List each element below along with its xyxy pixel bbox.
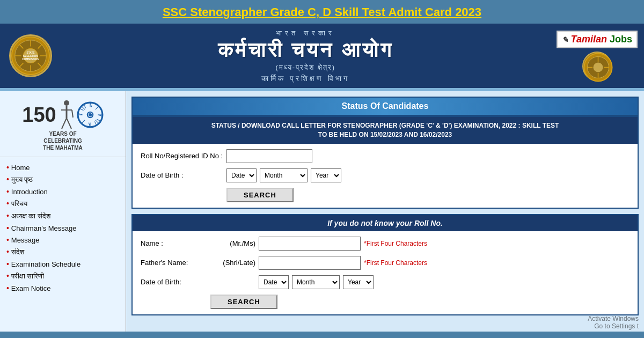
roll-number-label: Roll No/Registered ID No :: [141, 152, 226, 160]
dob-row-1: Date of Birth : Date 12345 678910 111213…: [141, 168, 630, 182]
sidebar-item-pariksha[interactable]: परीक्षा सारिणी: [0, 270, 126, 282]
tamilan-text: Tamilan: [571, 34, 607, 45]
form-box-2-header: If you do not know your Roll No.: [133, 215, 638, 231]
search-btn-row-2: SEARCH: [141, 295, 630, 309]
svg-text:SELECTION: SELECTION: [23, 55, 38, 57]
father-name-input[interactable]: [259, 256, 361, 270]
svg-line-45: [94, 122, 96, 126]
date-select-2[interactable]: Date 12345 678910 15202531: [259, 275, 289, 289]
svg-line-36: [96, 106, 99, 109]
ashoka-chakra: [77, 101, 104, 128]
name-hint: *First Four Characters: [364, 240, 427, 247]
main-content: 150: [0, 91, 644, 332]
svg-line-42: [79, 108, 83, 110]
hindi-top-text: भारत सरकार: [60, 29, 551, 38]
svg-line-24: [62, 118, 67, 129]
sidebar-item-introduction[interactable]: Introduction: [0, 186, 126, 197]
sidebar-logo-area: 150: [0, 97, 126, 157]
sidebar-item-parichay[interactable]: परिचय: [0, 197, 126, 210]
search-button-2[interactable]: SEARCH: [210, 295, 277, 309]
right-content: Status Of Candidates STATUS / DOWNLOAD C…: [126, 91, 644, 332]
form-box-1: STATUS / DOWNLOAD CALL LETTER FOR STENOG…: [131, 116, 639, 209]
jobs-text: Jobs: [610, 34, 632, 45]
sidebar-nav: Home मुख्य पृष्ठ Introduction परिचय अध्य…: [0, 161, 126, 294]
years-number: 150: [22, 105, 56, 125]
celebrating-text: YEARS OF CELEBRATING THE MAHATMA: [5, 130, 120, 151]
sidebar-item-exam-schedule[interactable]: Examination Schedule: [0, 258, 126, 270]
form-body-2: Name : (Mr./Ms) *First Four Characters F…: [133, 231, 638, 314]
name-input[interactable]: [259, 237, 361, 251]
svg-line-25: [67, 118, 71, 129]
roll-number-row: Roll No/Registered ID No :: [141, 149, 630, 163]
date-selects-2: Date 12345 678910 15202531 Month January…: [259, 275, 374, 289]
dob-label-2: Date of Birth:: [141, 278, 210, 286]
years-celebrating: 150: [5, 99, 120, 130]
form-box-1-header: STATUS / DOWNLOAD CALL LETTER FOR STENOG…: [133, 117, 638, 144]
hindi-main-text: कर्मचारी चयन आयोग: [60, 39, 551, 62]
status-header: Status Of Candidates: [131, 97, 639, 116]
svg-point-21: [64, 100, 69, 106]
name-row: Name : (Mr./Ms) *First Four Characters: [141, 237, 630, 251]
svg-line-34: [82, 106, 85, 109]
name-sublabel: (Mr./Ms): [210, 239, 259, 247]
svg-line-35: [96, 120, 99, 123]
name-label: Name :: [141, 239, 210, 247]
sidebar-item-chairmans-message[interactable]: Chairman's Message: [0, 222, 126, 234]
dob-row-2: Date of Birth: Date 12345 678910 1520253…: [141, 275, 630, 289]
sidebar-item-exam-notice[interactable]: Exam Notice: [0, 282, 126, 294]
form-box-2: If you do not know your Roll No. Name : …: [131, 214, 639, 315]
mahatma-figure: [59, 99, 74, 130]
svg-line-44: [84, 105, 85, 108]
ssc-emblem: STATE SELECTION COMMISSION: [9, 34, 52, 77]
dob-label-1: Date of Birth :: [141, 171, 226, 179]
sidebar: 150: [0, 91, 126, 332]
sidebar-item-adhyaksh[interactable]: अध्यक्ष का संदेश: [0, 210, 126, 222]
hindi-sub-text: (मध्य-प्रदेश क्षेत्र): [60, 63, 551, 72]
header-banner: STATE SELECTION COMMISSION भारत सरकार कर…: [0, 24, 644, 88]
father-hint: *First Four Characters: [364, 259, 427, 267]
date-selects-1: Date 12345 678910 1112131415 1617181920 …: [226, 168, 341, 182]
right-logo-area: ✎ Tamilan Jobs: [557, 31, 638, 81]
hindi-bottom-text: कार्मिक प्रशिक्षण विभाग: [60, 74, 551, 83]
father-sublabel: (Shri/Late): [210, 259, 259, 267]
sidebar-item-main-page[interactable]: मुख्य पृष्ठ: [0, 173, 126, 186]
roll-number-input[interactable]: [226, 149, 312, 163]
right-emblem: [582, 52, 612, 81]
svg-line-37: [82, 120, 85, 123]
sidebar-item-message[interactable]: Message: [0, 234, 126, 246]
year-select-2[interactable]: Year 1990199119921993 1994199519961997 1…: [343, 275, 374, 289]
father-name-label: Father's Name:: [141, 259, 210, 267]
svg-text:STATE: STATE: [26, 52, 35, 54]
father-name-row: Father's Name: (Shri/Late) *First Four C…: [141, 256, 630, 270]
sidebar-item-sandesh[interactable]: संदेश: [0, 246, 126, 258]
svg-point-29: [89, 113, 92, 116]
left-emblem: STATE SELECTION COMMISSION: [6, 32, 55, 80]
svg-line-26: [72, 110, 73, 117]
header-center-text: भारत सरकार कर्मचारी चयन आयोग (मध्य-प्रदे…: [55, 29, 557, 83]
svg-point-16: [593, 63, 603, 72]
year-select-1[interactable]: Year 1990199119921993 1994199519961997 1…: [311, 168, 341, 182]
search-btn-row-1: SEARCH: [141, 188, 630, 202]
month-select-2[interactable]: Month JanuaryFebruaryMarchApril MayJuneJ…: [292, 275, 340, 289]
tamilan-jobs-logo: ✎ Tamilan Jobs: [557, 31, 638, 48]
activate-watermark: Activate Windows Go to Settings t: [588, 315, 639, 330]
top-title-bar: SSC Stenographer Grade C, D Skill Test A…: [0, 0, 644, 24]
svg-text:COMMISSION: COMMISSION: [22, 58, 39, 61]
search-button-1[interactable]: SEARCH: [226, 188, 294, 202]
page-title: SSC Stenographer Grade C, D Skill Test A…: [0, 5, 644, 19]
form-body-1: Roll No/Registered ID No : Date of Birth…: [133, 144, 638, 208]
sidebar-item-home[interactable]: Home: [0, 161, 126, 173]
svg-line-43: [97, 119, 100, 121]
month-select-1[interactable]: Month JanuaryFebruaryMarchApril MayJuneJ…: [260, 168, 308, 182]
date-select-1[interactable]: Date 12345 678910 1112131415 1617181920 …: [226, 168, 257, 182]
